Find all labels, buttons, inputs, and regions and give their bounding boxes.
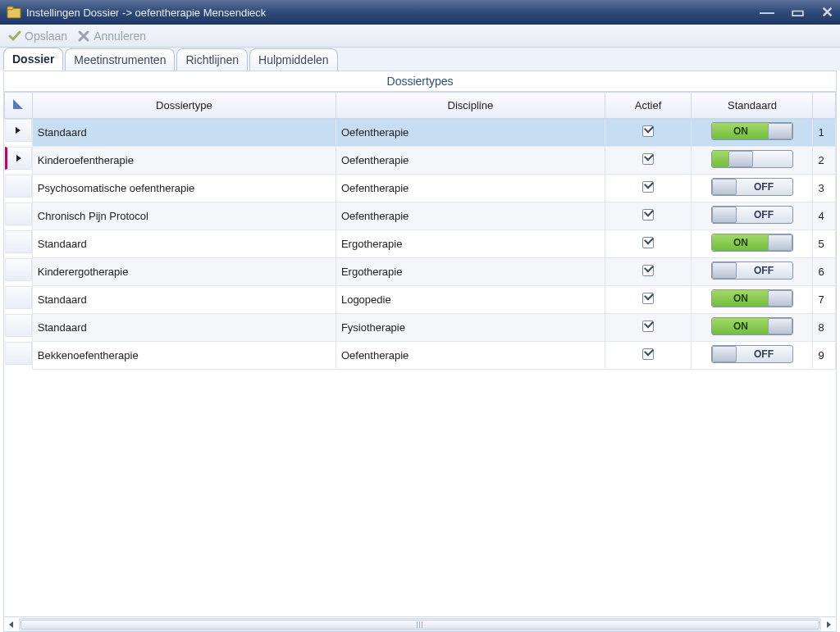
row-indicator[interactable] [5,119,32,142]
tab-richtlijnen[interactable]: Richtlijnen [176,48,248,70]
cell-standaard[interactable]: ONOFF [692,314,813,342]
cell-dossiertype[interactable]: Standaard [32,119,336,147]
cell-actief[interactable] [605,147,692,175]
minimize-button[interactable]: — [760,7,774,18]
actief-checkbox[interactable] [642,348,654,360]
col-header-dossiertype[interactable]: Dossiertype [32,93,336,119]
cell-dossiertype[interactable]: Bekkenoefentherapie [32,342,336,370]
row-indicator[interactable] [5,342,32,365]
cell-dossiertype[interactable]: Standaard [32,286,336,314]
cell-dossiertype[interactable]: Standaard [32,314,336,342]
col-header-index [813,93,836,119]
cell-actief[interactable] [605,119,692,147]
col-header-discipline[interactable]: Discipline [336,93,605,119]
standaard-toggle[interactable]: ONOFF [711,289,793,307]
standaard-toggle[interactable]: ONOFF [711,178,793,196]
row-indicator[interactable] [5,202,32,225]
cell-discipline[interactable]: Oefentherapie [336,119,605,147]
cell-discipline[interactable]: Ergotherapie [336,258,605,286]
tab-strip: Dossier Meetinstrumenten Richtlijnen Hul… [0,48,840,70]
table-row[interactable]: StandaardOefentherapieONOFF1 [5,119,836,147]
horizontal-scrollbar[interactable] [4,616,836,631]
cell-index: 7 [813,286,836,314]
cell-discipline[interactable]: Oefentherapie [336,175,605,202]
cell-actief[interactable] [605,175,692,202]
cell-dossiertype[interactable]: Standaard [32,230,336,258]
standaard-toggle[interactable]: ONOFF [711,234,793,252]
row-indicator[interactable] [5,230,32,253]
cell-index: 4 [813,202,836,230]
row-indicator[interactable] [5,258,32,281]
cell-actief[interactable] [605,202,692,230]
cell-actief[interactable] [605,258,692,286]
table-row[interactable]: StandaardErgotherapieONOFF5 [5,230,836,258]
maximize-button[interactable]: ▭ [791,7,805,18]
actief-checkbox[interactable] [642,153,654,165]
svg-marker-6 [827,621,831,628]
cell-standaard[interactable]: ONOFF [692,175,813,202]
dossiertypes-grid[interactable]: Dossiertype Discipline Actief Standaard … [4,92,836,370]
standaard-toggle[interactable]: ONOFF [711,122,793,140]
standaard-toggle[interactable]: ONOFF [711,345,793,363]
table-row[interactable]: Chronisch Pijn ProtocolOefentherapieONOF… [5,202,836,230]
table-row[interactable]: KinderergotherapieErgotherapieONOFF6 [5,258,836,286]
tab-meetinstrumenten[interactable]: Meetinstrumenten [65,48,175,70]
actief-checkbox[interactable] [642,181,654,193]
col-header-standaard[interactable]: Standaard [692,93,813,119]
table-row[interactable]: Psychosomatische oefentherapieOefenthera… [5,175,836,202]
cell-standaard[interactable]: ONOFF [692,230,813,258]
table-row[interactable]: StandaardFysiotherapieONOFF8 [5,314,836,342]
cell-standaard[interactable]: ONOFF [692,258,813,286]
cell-standaard[interactable]: ONOFF [692,286,813,314]
cell-dossiertype[interactable]: Chronisch Pijn Protocol [32,202,336,230]
actief-checkbox[interactable] [642,237,654,248]
save-button[interactable]: Opslaan [5,28,71,44]
cancel-button[interactable]: Annuleren [74,28,149,44]
actief-checkbox[interactable] [642,293,654,304]
cell-actief[interactable] [605,342,692,370]
cross-icon [77,30,90,43]
cell-dossiertype[interactable]: Psychosomatische oefentherapie [32,175,336,202]
cell-standaard[interactable]: ONOFF [692,119,813,147]
row-indicator[interactable] [5,175,32,198]
table-row[interactable]: StandaardLogopedieONOFF7 [5,286,836,314]
actief-checkbox[interactable] [642,321,654,332]
cell-standaard[interactable]: NOF [692,147,813,175]
scroll-thumb[interactable] [21,620,819,630]
cell-index: 6 [813,258,836,286]
cell-discipline[interactable]: Fysiotherapie [336,314,605,342]
row-indicator[interactable] [5,147,32,170]
cell-discipline[interactable]: Oefentherapie [336,202,605,230]
cell-discipline[interactable]: Ergotherapie [336,230,605,258]
col-header-actief[interactable]: Actief [605,93,692,119]
tab-dossier[interactable]: Dossier [3,48,63,70]
standaard-toggle[interactable]: ONOFF [711,317,793,335]
titlebar[interactable]: Instellingen Dossier -> oefentherapie Me… [0,0,840,25]
cell-actief[interactable] [605,286,692,314]
cell-actief[interactable] [605,230,692,258]
actief-checkbox[interactable] [642,265,654,276]
cell-dossiertype[interactable]: Kinderoefentherapie [32,147,336,175]
scroll-track[interactable] [19,618,821,631]
cell-actief[interactable] [605,314,692,342]
row-indicator[interactable] [5,286,32,309]
table-row[interactable]: KinderoefentherapieOefentherapieNOF2 [5,147,836,175]
row-indicator[interactable] [5,314,32,337]
standaard-toggle[interactable]: ONOFF [711,206,793,224]
actief-checkbox[interactable] [642,209,654,221]
standaard-toggle[interactable]: NOF [711,150,793,168]
tab-hulpmiddelen[interactable]: Hulpmiddelen [249,48,338,70]
cell-standaard[interactable]: ONOFF [692,202,813,230]
cell-dossiertype[interactable]: Kinderergotherapie [32,258,336,286]
cell-standaard[interactable]: ONOFF [692,342,813,370]
actief-checkbox[interactable] [642,125,654,137]
cell-discipline[interactable]: Oefentherapie [336,342,605,370]
table-row[interactable]: BekkenoefentherapieOefentherapieONOFF9 [5,342,836,370]
scroll-left-button[interactable] [4,618,19,631]
close-button[interactable]: ✕ [821,7,833,18]
row-selector-header[interactable] [5,93,33,119]
cell-discipline[interactable]: Oefentherapie [336,147,605,175]
standaard-toggle[interactable]: ONOFF [711,261,793,280]
scroll-right-button[interactable] [821,618,836,631]
cell-discipline[interactable]: Logopedie [336,286,605,314]
